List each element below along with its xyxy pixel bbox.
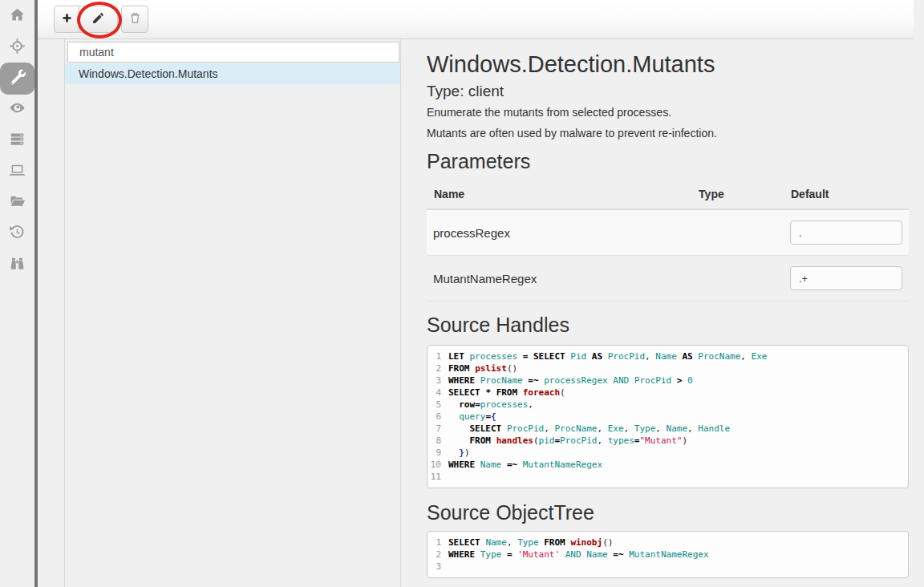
code-line: 8 FROM handles(pid=ProcPid, types="Mutan… <box>428 435 908 447</box>
sidebar-item-hunts[interactable] <box>0 32 34 63</box>
code-line: 3WHERE ProcName =~ processRegex AND Proc… <box>428 374 908 387</box>
plus-icon <box>60 11 74 28</box>
param-name: MutantNameRegex <box>427 256 691 302</box>
line-number: 1 <box>428 350 448 362</box>
column-header-type: Type <box>691 183 784 209</box>
parameters-table: Name Type Default processRegex MutantNam… <box>427 183 909 302</box>
param-type <box>691 256 784 302</box>
sidebar-divider <box>34 0 38 587</box>
code-line: 2FROM pslist() <box>428 362 908 374</box>
param-type <box>691 209 784 256</box>
table-row: MutantNameRegex <box>427 256 909 302</box>
trash-icon <box>128 11 142 28</box>
artifact-type: Type: client <box>427 83 504 100</box>
line-number: 10 <box>428 459 448 471</box>
folder-open-icon <box>9 192 26 213</box>
eye-icon <box>9 99 26 119</box>
code-line: 11 <box>428 471 908 483</box>
artifact-toolbar <box>54 6 148 33</box>
artifact-detail-panel: Windows.Detection.Mutants Type: client E… <box>427 39 909 587</box>
sidebar-item-files[interactable] <box>0 187 34 218</box>
param-default-input[interactable] <box>790 221 902 245</box>
code-line: 1SELECT Name, Type FROM winobj() <box>428 536 908 549</box>
sidebar-item-search-all[interactable] <box>0 249 34 281</box>
code-line: 1LET processes = SELECT Pid AS ProcPid, … <box>428 350 908 362</box>
parameters-heading: Parameters <box>427 150 530 173</box>
top-navbar <box>38 0 914 39</box>
line-number: 5 <box>428 399 448 411</box>
line-number: 9 <box>428 447 448 459</box>
wrench-icon <box>9 69 26 89</box>
artifact-description-line2: Mutants are often used by malware to pre… <box>427 127 717 140</box>
code-line: 10WHERE Name =~ MutantNameRegex <box>428 459 908 471</box>
crosshairs-icon <box>9 38 26 58</box>
artifact-list-item[interactable]: Windows.Detection.Mutants <box>65 63 400 84</box>
source-handles-code[interactable]: 1LET processes = SELECT Pid AS ProcPid, … <box>427 345 909 488</box>
code-line: 9 }) <box>428 447 908 459</box>
delete-artifact-button[interactable] <box>121 6 148 33</box>
column-header-default: Default <box>784 183 909 209</box>
app-window: Windows.Detection.Mutants Windows.Detect… <box>0 0 924 587</box>
line-number: 3 <box>428 561 448 573</box>
history-icon <box>9 224 26 244</box>
pencil-icon <box>91 11 105 28</box>
code-line: 6 query={ <box>428 411 908 423</box>
add-artifact-button[interactable] <box>54 6 79 33</box>
line-number: 7 <box>428 423 448 435</box>
line-number: 4 <box>428 387 448 399</box>
line-number: 2 <box>428 549 448 561</box>
code-line: 7 SELECT ProcPid, ProcName, Exe, Type, N… <box>428 423 908 435</box>
sidebar-item-history[interactable] <box>0 218 34 249</box>
sidebar-item-home[interactable] <box>0 1 34 32</box>
line-number: 3 <box>428 374 448 387</box>
sidebar-item-artifacts[interactable] <box>0 63 34 95</box>
code-line: 3 <box>428 561 908 573</box>
source-handles-heading: Source Handles <box>427 314 569 337</box>
artifact-description-line1: Enumerate the mutants from selected proc… <box>427 106 671 119</box>
line-number: 1 <box>428 536 448 549</box>
edit-artifact-button[interactable] <box>79 6 118 33</box>
line-number: 6 <box>428 411 448 423</box>
artifact-search-panel: Windows.Detection.Mutants <box>64 39 401 587</box>
sidebar-item-view[interactable] <box>0 94 34 125</box>
source-objecttree-heading: Source ObjectTree <box>427 501 594 524</box>
laptop-icon <box>9 162 26 182</box>
source-objecttree-code[interactable]: 1SELECT Name, Type FROM winobj()2WHERE T… <box>427 531 909 578</box>
sidebar-item-server[interactable] <box>0 125 34 156</box>
sidebar <box>0 0 34 587</box>
param-default-input[interactable] <box>790 266 902 290</box>
home-icon <box>9 6 26 26</box>
server-icon <box>9 131 26 151</box>
code-line: 2WHERE Type = 'Mutant' AND Name =~ Mutan… <box>428 549 908 561</box>
line-number: 8 <box>428 435 448 447</box>
column-header-name: Name <box>427 183 691 209</box>
line-number: 2 <box>428 362 448 374</box>
sidebar-item-clients[interactable] <box>0 156 34 188</box>
artifact-title: Windows.Detection.Mutants <box>427 51 715 78</box>
binoculars-icon <box>9 255 26 275</box>
artifact-search-input[interactable] <box>67 42 399 63</box>
line-number: 11 <box>428 471 448 483</box>
table-row: processRegex <box>427 209 909 256</box>
code-line: 4SELECT * FROM foreach( <box>428 387 908 399</box>
code-line: 5 row=processes, <box>428 399 908 411</box>
param-name: processRegex <box>427 209 691 256</box>
